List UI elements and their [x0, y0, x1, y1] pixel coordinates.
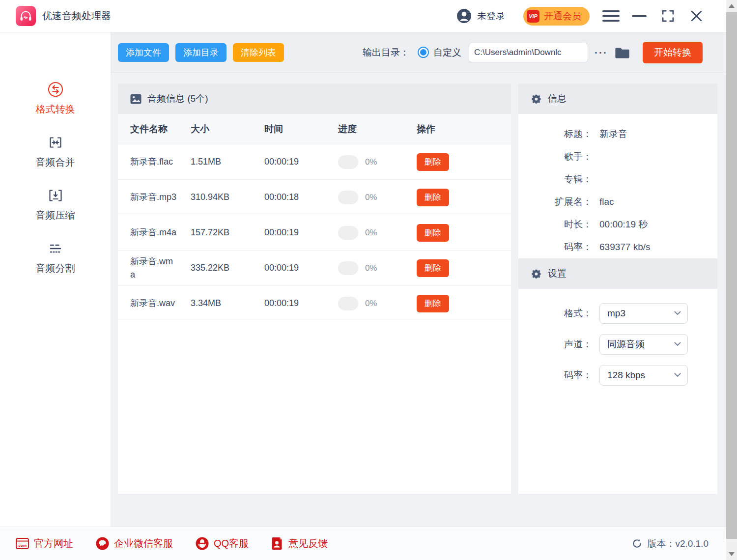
menu-button[interactable]: [596, 6, 625, 26]
start-convert-button[interactable]: 开始转换: [643, 42, 703, 63]
progress-bar: [338, 226, 358, 240]
official-site-link[interactable]: .com 官方网址: [16, 537, 73, 550]
sidebar-item-label: 格式转换: [36, 103, 75, 116]
info-label: 标题：: [518, 128, 592, 140]
file-duration: 00:00:19: [264, 227, 338, 238]
progress-percent: 0%: [365, 263, 377, 273]
file-name: 新录音.wav: [130, 297, 177, 309]
login-button[interactable]: 未登录: [456, 8, 505, 24]
open-folder-button[interactable]: [615, 46, 629, 58]
scroll-down-arrow[interactable]: [729, 552, 735, 556]
info-row: 扩展名： flac: [518, 191, 717, 213]
wechat-icon: [96, 537, 109, 550]
login-status: 未登录: [477, 10, 505, 23]
window-scrollbar[interactable]: [726, 0, 737, 560]
wechat-support-label: 企业微信客服: [114, 537, 173, 550]
maximize-button[interactable]: [653, 6, 682, 26]
info-row: 歌手：: [518, 145, 717, 168]
official-site-label: 官方网址: [34, 537, 73, 550]
info-panel-header: 信息: [518, 84, 717, 114]
merge-icon: [47, 134, 64, 151]
folder-icon: [615, 46, 629, 58]
info-settings-panel: 信息 标题： 新录音 歌手： 专辑： 扩展名: [518, 84, 717, 494]
table-row: 新录音.mp3 310.94KB 00:00:18 0% 删除: [118, 180, 511, 215]
minimize-button[interactable]: [625, 6, 653, 26]
table-row: 新录音.m4a 157.72KB 00:00:19 0% 删除: [118, 215, 511, 251]
settings-fields: 格式： mp3 声道： 同源音频: [518, 289, 717, 391]
qq-support-label: QQ客服: [214, 537, 249, 550]
delete-button[interactable]: 删除: [417, 259, 449, 277]
file-size: 157.72KB: [191, 227, 264, 238]
settings-dropdown[interactable]: mp3: [599, 303, 688, 324]
dropdown-value: 128 kbps: [607, 370, 645, 381]
feedback-link[interactable]: 意见反馈: [271, 537, 328, 550]
column-header-progress: 进度: [338, 123, 417, 136]
refresh-icon: [632, 538, 642, 549]
chevron-down-icon: [674, 373, 681, 377]
vip-button[interactable]: VIP 开通会员: [523, 7, 590, 26]
gear-icon: [531, 93, 542, 105]
sidebar-item-format-convert[interactable]: 格式转换: [36, 81, 75, 116]
dropdown-value: 同源音频: [607, 338, 645, 351]
delete-button[interactable]: 删除: [417, 224, 449, 242]
settings-dropdown[interactable]: 128 kbps: [599, 365, 688, 386]
column-header-action: 操作: [417, 123, 511, 136]
delete-button[interactable]: 删除: [417, 295, 449, 312]
progress-percent: 0%: [365, 193, 377, 202]
info-panel-title: 信息: [548, 92, 567, 105]
toolbar: 添加文件 添加目录 清除列表 输出目录： 自定义 ··· 开始转换: [111, 32, 726, 73]
output-path-input[interactable]: [469, 43, 588, 62]
info-label: 扩展名：: [518, 196, 592, 208]
info-label: 码率：: [518, 241, 592, 253]
feedback-label: 意见反馈: [288, 537, 328, 550]
info-label: 专辑：: [518, 173, 592, 186]
settings-row: 格式： mp3: [518, 298, 717, 329]
info-label: 歌手：: [518, 150, 592, 163]
vip-button-label: 开通会员: [544, 10, 581, 23]
info-value: 00:00:19 秒: [599, 218, 648, 231]
scrollbar-thumb[interactable]: [726, 12, 737, 539]
chevron-down-icon: [674, 311, 681, 315]
settings-panel-header: 设置: [518, 258, 717, 289]
delete-button[interactable]: 删除: [417, 153, 449, 171]
add-directory-button[interactable]: 添加目录: [175, 43, 227, 62]
feedback-icon: [271, 537, 283, 550]
delete-button[interactable]: 删除: [417, 189, 449, 206]
info-value: 新录音: [599, 128, 627, 140]
info-row: 时长： 00:00:19 秒: [518, 213, 717, 236]
info-label: 时长：: [518, 218, 592, 231]
file-duration: 00:00:19: [264, 263, 338, 273]
sidebar-item-label: 音频分割: [36, 262, 75, 275]
close-icon: [690, 10, 703, 22]
minimize-icon: [632, 15, 647, 17]
clear-list-button[interactable]: 清除列表: [233, 43, 284, 62]
sidebar-item-audio-split[interactable]: 音频分割: [36, 240, 75, 275]
table-header: 文件名称 大小 时间 进度 操作: [118, 114, 511, 144]
scroll-up-arrow[interactable]: [729, 4, 735, 8]
info-value: flac: [599, 196, 614, 207]
sidebar-item-audio-compress[interactable]: 音频压缩: [36, 187, 75, 222]
file-size: 310.94KB: [191, 192, 264, 202]
wechat-support-link[interactable]: 企业微信客服: [96, 537, 173, 550]
qq-support-link[interactable]: QQ客服: [196, 537, 249, 550]
file-duration: 00:00:19: [264, 157, 338, 167]
picture-icon: [130, 94, 142, 104]
sidebar-item-audio-merge[interactable]: 音频合并: [36, 134, 75, 169]
more-options-button[interactable]: ···: [595, 47, 608, 58]
maximize-icon: [661, 9, 675, 23]
add-file-button[interactable]: 添加文件: [118, 43, 169, 62]
info-row: 标题： 新录音: [518, 123, 717, 145]
compress-icon: [47, 187, 64, 204]
version-text: 版本：v2.0.1.0: [647, 537, 709, 550]
progress-percent: 0%: [365, 299, 377, 308]
custom-dir-radio[interactable]: [418, 47, 429, 58]
info-row: 码率： 639377 kb/s: [518, 236, 717, 258]
settings-label: 声道：: [518, 338, 592, 351]
info-fields: 标题： 新录音 歌手： 专辑： 扩展名： flac: [518, 114, 717, 258]
progress-percent: 0%: [365, 157, 377, 167]
sidebar-item-label: 音频合并: [36, 156, 75, 169]
custom-dir-radio-label: 自定义: [433, 46, 461, 59]
close-button[interactable]: [682, 6, 710, 26]
settings-dropdown[interactable]: 同源音频: [599, 334, 688, 355]
app-title: 优速音频处理器: [42, 9, 111, 23]
